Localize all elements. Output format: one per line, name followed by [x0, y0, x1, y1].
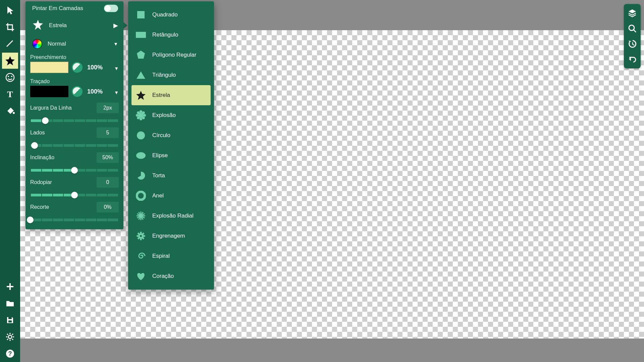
color-wheel-icon — [32, 39, 42, 49]
shape-option-label: Espiral — [152, 253, 170, 259]
circle-icon — [136, 130, 146, 141]
opacity-icon[interactable] — [72, 86, 83, 97]
shape-option-regular-polygon[interactable]: Polígono Regular — [131, 45, 211, 65]
paint-layers-row[interactable]: Pintar Em Camadas — [25, 1, 123, 15]
stroke-color-swatch[interactable] — [30, 86, 68, 97]
shapes-flyout: Quadrado Retângulo Polígono Regular Triâ… — [128, 1, 214, 290]
svg-point-7 — [8, 335, 12, 339]
shape-option-pie[interactable]: Torta — [131, 166, 211, 186]
shape-option-star[interactable]: Estrela — [131, 85, 211, 105]
svg-marker-22 — [137, 51, 145, 59]
shape-option-circle[interactable]: Círculo — [131, 125, 211, 145]
star-icon — [5, 56, 15, 66]
shape-option-label: Explosão Radial — [152, 213, 194, 219]
help-button[interactable]: ? — [2, 346, 18, 362]
help-icon: ? — [6, 349, 14, 358]
pie-icon — [136, 170, 146, 181]
shape-option-rectangle[interactable]: Retângulo — [131, 25, 211, 45]
shape-option-spiral[interactable]: Espiral — [131, 246, 211, 266]
svg-point-32 — [142, 111, 145, 114]
slider-label: Largura Da Linha — [30, 105, 72, 111]
stroke-opacity-value: 100% — [87, 88, 103, 95]
shape-option-triangle[interactable]: Triângulo — [131, 65, 211, 85]
fill-tool[interactable] — [2, 103, 18, 119]
shape-option-label: Engrenagem — [152, 233, 185, 239]
triangle-icon — [136, 70, 146, 80]
history-icon — [628, 39, 637, 49]
svg-point-1 — [8, 76, 9, 77]
svg-rect-5 — [8, 317, 12, 319]
add-button[interactable] — [2, 279, 18, 295]
svg-text:?: ? — [8, 350, 12, 357]
slider-value-input[interactable] — [97, 202, 119, 213]
shape-option-heart[interactable]: Coração — [131, 266, 211, 286]
opacity-icon[interactable] — [72, 62, 83, 73]
slider-track[interactable] — [30, 166, 119, 174]
history-button[interactable] — [625, 36, 640, 52]
chevron-down-icon: ▼ — [113, 41, 118, 47]
plus-icon — [6, 283, 14, 291]
svg-point-28 — [137, 117, 140, 119]
svg-line-14 — [7, 339, 8, 340]
blend-mode-row[interactable]: Normal ▼ — [25, 36, 123, 52]
chevron-down-icon[interactable]: ▼ — [114, 90, 119, 95]
shape-option-label: Torta — [152, 172, 165, 179]
save-button[interactable] — [2, 312, 18, 328]
svg-line-13 — [12, 339, 13, 340]
pencil-tool[interactable] — [2, 36, 18, 52]
shape-option-burst[interactable]: Explosão — [131, 105, 211, 125]
radial-burst-icon — [136, 210, 146, 221]
slider-sides: Lados — [25, 125, 123, 150]
star-icon — [32, 19, 44, 32]
paint-layers-label: Pintar Em Camadas — [32, 5, 83, 12]
zoom-button[interactable] — [625, 21, 640, 36]
slider-value-input[interactable] — [97, 127, 119, 138]
slider-value-input[interactable] — [97, 103, 119, 113]
slider-track[interactable] — [30, 117, 119, 125]
shape-option-radial-burst[interactable]: Explosão Radial — [131, 206, 211, 226]
text-icon: T — [6, 90, 14, 99]
shape-option-label: Explosão — [152, 112, 176, 119]
shape-option-gear[interactable]: Engrenagem — [131, 226, 211, 246]
slider-value-input[interactable] — [97, 177, 119, 188]
fill-opacity-value: 100% — [87, 64, 103, 71]
shape-option-ring[interactable]: Anel — [131, 186, 211, 206]
crop-icon — [5, 22, 15, 32]
slider-track[interactable] — [30, 141, 119, 149]
slider-track[interactable] — [30, 191, 119, 199]
regular-polygon-icon — [136, 50, 146, 60]
open-button[interactable] — [2, 295, 18, 311]
paint-layers-toggle[interactable] — [104, 5, 118, 12]
svg-rect-6 — [8, 320, 12, 322]
layers-button[interactable] — [625, 5, 640, 21]
search-icon — [628, 24, 637, 33]
shape-option-ellipse[interactable]: Elipse — [131, 145, 211, 166]
selected-shape-label: Estrela — [49, 22, 67, 29]
settings-button[interactable] — [2, 329, 18, 345]
shape-tool[interactable] — [2, 53, 18, 69]
chevron-down-icon[interactable]: ▼ — [114, 66, 119, 71]
shape-selector-row[interactable]: Estrela ▶ — [25, 15, 123, 36]
svg-point-27 — [140, 118, 142, 120]
svg-line-19 — [634, 30, 636, 32]
gear-icon — [6, 333, 14, 341]
slider-whirl: Rodopiar — [25, 175, 123, 200]
undo-button[interactable] — [625, 52, 640, 67]
sticker-tool[interactable] — [2, 69, 18, 85]
slider-value-input[interactable] — [97, 152, 119, 163]
pointer-tool[interactable] — [2, 2, 18, 18]
slider-inclination: Inclinação — [25, 150, 123, 175]
fill-color-swatch[interactable] — [30, 62, 68, 73]
svg-point-34 — [136, 152, 146, 159]
shape-option-label: Anel — [152, 192, 164, 199]
shape-option-label: Polígono Regular — [152, 52, 196, 58]
svg-point-29 — [136, 114, 139, 117]
slider-track[interactable] — [30, 216, 119, 224]
svg-point-57 — [140, 235, 142, 237]
slider-label: Inclinação — [30, 155, 54, 161]
rectangle-icon — [136, 29, 146, 40]
shape-option-square[interactable]: Quadrado — [131, 5, 211, 25]
crop-tool[interactable] — [2, 19, 18, 35]
svg-rect-53 — [137, 235, 139, 237]
text-tool[interactable]: T — [2, 86, 18, 102]
